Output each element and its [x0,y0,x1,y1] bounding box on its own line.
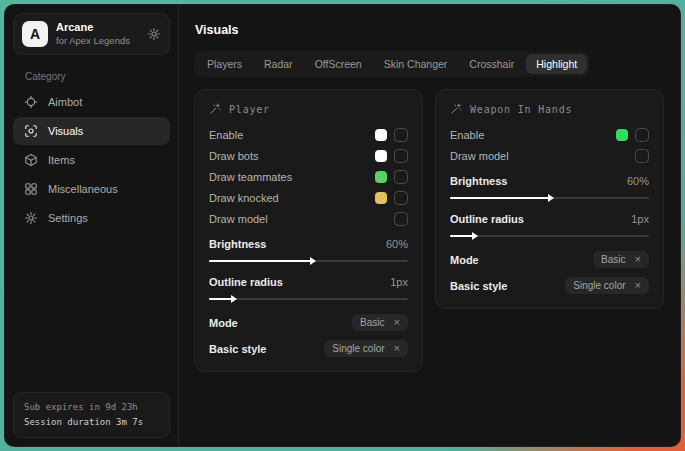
setting-label: Draw model [209,213,268,225]
checkbox[interactable] [394,191,408,205]
tag-label: Basic [360,317,384,328]
app-window: A Arcane for Apex Legends Category Aimbo… [4,4,681,447]
setting-controls [375,149,408,163]
setting-controls [375,128,408,142]
setting-row-draw-teammates: Draw teammates [209,166,408,187]
setting-controls [375,191,408,205]
sidebar-item-aimbot[interactable]: Aimbot [13,88,170,116]
setting-row-draw-knocked: Draw knocked [209,187,408,208]
checkbox[interactable] [635,149,649,163]
slider-thumb[interactable] [310,257,316,265]
slider-fill [209,260,312,262]
panel-title: Player [229,104,270,115]
crosshair-icon [24,95,38,109]
sidebar-nav: AimbotVisualsItemsMiscellaneousSettings [5,88,178,232]
main-content: Visuals PlayersRadarOffScreenSkin Change… [179,5,680,446]
tag-setting-basic-style: Basic styleSingle color× [450,277,649,294]
slider-label-row: Outline radius1px [209,273,408,291]
tag-single-color[interactable]: Single color× [324,340,408,357]
tab-highlight[interactable]: Highlight [526,54,587,74]
checkbox[interactable] [394,212,408,226]
sidebar-item-items[interactable]: Items [13,146,170,174]
setting-label: Draw model [450,150,509,162]
slider[interactable] [450,230,649,242]
slider-setting-outline-radius: Outline radius1px [209,273,408,305]
tag-single-color[interactable]: Single color× [565,277,649,294]
sidebar-item-label: Visuals [48,125,83,137]
sidebar-item-miscellaneous[interactable]: Miscellaneous [13,175,170,203]
slider-value: 1px [390,276,408,288]
tag-label: Single color [332,343,384,354]
slider-thumb[interactable] [548,194,554,202]
remove-tag-icon[interactable]: × [394,317,400,328]
tag-label: Basic [601,254,625,265]
slider-label: Brightness [450,175,507,187]
slider-thumb[interactable] [472,232,478,240]
sidebar-item-visuals[interactable]: Visuals [13,117,170,145]
panel-weapon-in-hands: Weapon In HandsEnableDraw modelBrightnes… [435,89,664,309]
checkbox[interactable] [394,128,408,142]
setting-controls [394,212,408,226]
slider[interactable] [209,293,408,305]
color-swatch[interactable] [375,192,387,204]
slider-setting-outline-radius: Outline radius1px [450,210,649,242]
app-subtitle: for Apex Legends [56,35,139,47]
tag-basic[interactable]: Basic× [352,314,408,331]
brand-text: Arcane for Apex Legends [56,21,139,47]
tab-skin-changer[interactable]: Skin Changer [374,54,458,74]
tab-players[interactable]: Players [197,54,252,74]
slider-value: 60% [627,175,649,187]
scan-eye-icon [24,124,38,138]
remove-tag-icon[interactable]: × [635,254,641,265]
color-swatch[interactable] [375,171,387,183]
color-swatch[interactable] [616,129,628,141]
slider[interactable] [209,255,408,267]
app-logo: A [22,21,48,47]
setting-label: Enable [209,129,243,141]
tab-crosshair[interactable]: Crosshair [459,54,524,74]
setting-label: Draw bots [209,150,259,162]
tab-offscreen[interactable]: OffScreen [305,54,372,74]
remove-tag-icon[interactable]: × [635,280,641,291]
setting-row-enable: Enable [209,124,408,145]
checkbox[interactable] [394,170,408,184]
color-swatch[interactable] [375,129,387,141]
panel-title: Weapon In Hands [470,104,572,115]
slider[interactable] [450,192,649,204]
app-name: Arcane [56,21,139,35]
brand-card: A Arcane for Apex Legends [13,13,170,55]
tag-label: Single color [573,280,625,291]
remove-tag-icon[interactable]: × [394,343,400,354]
color-swatch[interactable] [375,150,387,162]
gear-icon[interactable] [147,27,161,41]
setting-row-draw-model: Draw model [450,145,649,166]
slider-thumb[interactable] [231,295,237,303]
gear-icon [24,211,38,225]
tab-radar[interactable]: Radar [254,54,303,74]
setting-label: Draw knocked [209,192,279,204]
slider-label-row: Outline radius1px [450,210,649,228]
checkbox[interactable] [635,128,649,142]
panel-player: PlayerEnableDraw botsDraw teammatesDraw … [194,89,423,372]
setting-controls [616,128,649,142]
slider-label: Brightness [209,238,266,250]
subscription-card: Sub expires in 9d 23h Session duration 3… [13,392,170,438]
checkbox[interactable] [394,149,408,163]
setting-controls [375,170,408,184]
tag-setting-mode: ModeBasic× [450,251,649,268]
setting-row-draw-model: Draw model [209,208,408,229]
category-label: Category [25,71,178,82]
tag-setting-label: Basic style [450,280,507,292]
slider-fill [450,197,550,199]
sidebar-item-label: Aimbot [48,96,82,108]
setting-row-draw-bots: Draw bots [209,145,408,166]
slider-fill [450,235,474,237]
slider-track [450,235,649,237]
setting-controls [635,149,649,163]
tag-setting-label: Mode [450,254,479,266]
sidebar-item-label: Miscellaneous [48,183,118,195]
panel-header: Player [209,103,408,115]
tag-basic[interactable]: Basic× [593,251,649,268]
sidebar-item-settings[interactable]: Settings [13,204,170,232]
session-duration-text: Session duration 3m 7s [24,415,159,430]
